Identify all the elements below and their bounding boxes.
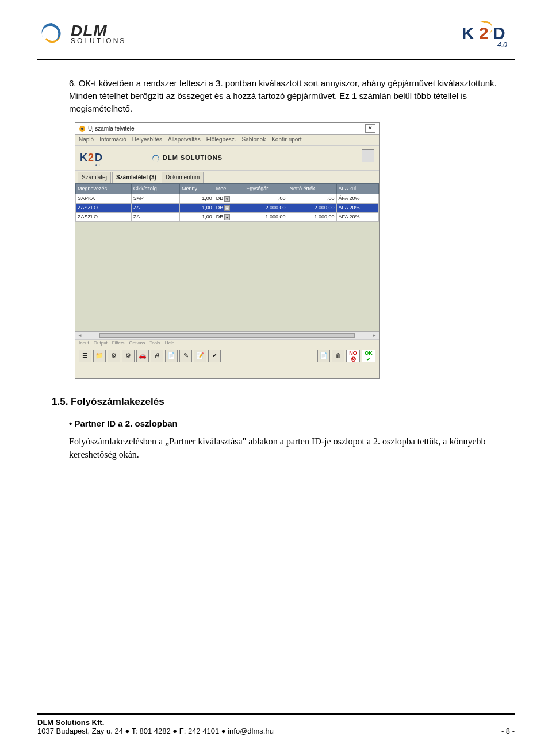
svg-text:D: D [95,152,102,163]
footer-divider [37,713,515,715]
submenu-item[interactable]: Options [129,340,145,347]
window-footer-band [75,364,379,378]
items-table: Megnevezés Cikk/szolg. Menny. Mee. Egysé… [75,183,379,222]
table-cell: ZÁ [131,213,179,222]
tab-szamlafej[interactable]: Számlafej [78,172,111,183]
edit-icon[interactable]: ✎ [179,350,192,362]
table-cell: ÁFA 20% [336,204,378,213]
table-row[interactable]: SAPKASAP1,00DB▾,00,00ÁFA 20% [76,194,379,204]
no-button[interactable]: NO☹ [346,350,360,362]
table-cell: DB▾ [214,204,244,213]
page-icon[interactable]: 📄 [317,350,330,362]
horizontal-scrollbar[interactable]: ◄► [75,331,379,339]
brand-text: DLM [71,24,126,38]
submenu-item[interactable]: Filters [112,340,125,347]
table-row[interactable]: ZÁSZLÓZÁ1,00DB▾1 000,001 000,00ÁFA 20% [76,213,379,222]
chevron-down-icon[interactable]: ▾ [224,214,230,220]
table-cell: ZÁSZLÓ [76,204,132,213]
table-cell: SAP [131,194,179,204]
chevron-down-icon[interactable]: ▾ [224,205,230,211]
col-mee[interactable]: Mee. [214,184,244,194]
brand-sub: SOLUTIONS [71,38,126,44]
toolbar-toggle-button[interactable] [362,149,374,162]
body-text: Folyószámlakezelésben a „Partner kiválas… [69,435,500,461]
table-cell: DB▾ [214,213,244,222]
chevron-down-icon[interactable]: ▾ [224,196,230,202]
table-row[interactable]: ZÁSZLÓZÁ1,00DB▾2 000,002 000,00ÁFA 20% [76,204,379,213]
table-cell: 1,00 [180,213,214,222]
menu-item[interactable]: Állapotváltás [168,136,201,144]
menu-item[interactable]: Információ [99,136,126,144]
submenu-item[interactable]: Help [165,340,174,347]
tab-dokumentum[interactable]: Dokumentum [162,172,204,183]
svg-text:4.0: 4.0 [95,163,100,167]
table-cell: DB▾ [214,194,244,204]
tab-szamlatetel[interactable]: Számlatétel (3) [112,172,160,183]
k2d-small-icon: K 2 D 4.0 [80,149,105,167]
svg-point-5 [81,128,83,130]
brand-small-text: DLM SOLUTIONS [163,153,223,163]
ok-button[interactable]: OK✔ [362,350,375,362]
submenu-item[interactable]: Input [79,340,89,347]
table-cell: ÁFA 20% [336,213,378,222]
gears2-icon[interactable]: ⚙ [122,350,135,362]
table-cell: ,00 [244,194,288,204]
table-cell: 1,00 [180,204,214,213]
gears-icon[interactable]: ⚙ [108,350,120,362]
table-cell: ZÁSZLÓ [76,213,132,222]
dlm-swirl-small-icon [151,154,160,162]
close-icon[interactable]: ✕ [365,124,375,133]
submenu-item[interactable]: Output [94,340,108,347]
app-icon [79,125,86,132]
sub-menu-row: Input Output Filters Options Tools Help [75,339,379,347]
paragraph-6: 6. OK-t követően a rendszer felteszi a 3… [69,77,500,114]
svg-text:K: K [462,24,474,43]
menu-item[interactable]: Sablonok [241,136,266,144]
table-cell: 1 000,00 [244,213,288,222]
note-icon[interactable]: 📝 [194,350,206,362]
trash-icon[interactable]: 🗑 [332,350,344,362]
logo-k2d: K 2 D 4.0 [457,17,515,51]
col-menny[interactable]: Menny. [180,184,214,194]
brand-bar: K 2 D 4.0 DLM SOLUTIONS [75,146,379,171]
col-netto[interactable]: Nettó érték [288,184,336,194]
menu-item[interactable]: Helyesbítés [132,136,162,144]
car-icon[interactable]: 🚗 [136,350,149,362]
dlm-swirl-icon [37,21,66,47]
page-footer: DLM Solutions Kft. 1037 Budapest, Zay u.… [37,713,515,735]
menu-item[interactable]: Napló [79,136,94,144]
window-titlebar: Új számla felvitele ✕ [75,123,379,135]
doc-icon[interactable]: 📄 [165,350,178,362]
svg-text:D: D [493,24,505,43]
menubar: Napló Információ Helyesbítés Állapotvált… [75,135,379,146]
table-cell: 2 000,00 [288,204,336,213]
menu-item[interactable]: Kontír riport [271,136,301,144]
footer-address: 1037 Budapest, Zay u. 24 ● T: 801 4282 ●… [37,727,274,735]
col-cikk[interactable]: Cikk/szolg. [131,184,179,194]
table-cell: 1,00 [180,194,214,204]
embedded-screenshot: Új számla felvitele ✕ Napló Információ H… [75,122,379,379]
logo-dlm: DLM SOLUTIONS [37,21,126,47]
menu-item[interactable]: Előlegbesz. [206,136,236,144]
list-icon[interactable]: ☰ [79,350,91,362]
table-cell: ,00 [288,194,336,204]
table-cell: SAPKA [76,194,132,204]
page-content: 6. OK-t követően a rendszer felteszi a 3… [0,60,552,461]
table-cell: 2 000,00 [244,204,288,213]
submenu-item[interactable]: Tools [150,340,160,347]
table-cell: ÁFA 20% [336,194,378,204]
col-egysegar[interactable]: Egységár [244,184,288,194]
check-icon[interactable]: ✔ [208,350,221,362]
svg-text:2: 2 [479,24,489,43]
table-cell: ZÁ [131,204,179,213]
col-afa[interactable]: ÁFA kul [336,184,378,194]
print-icon[interactable]: 🖨 [151,350,163,362]
bullet-partner-id: Partner ID a 2. oszlopban [69,417,500,430]
heading-1-5: 1.5. Folyószámlakezelés [52,395,500,409]
col-megnevezes[interactable]: Megnevezés [76,184,132,194]
page-header: DLM SOLUTIONS K 2 D 4.0 [0,0,552,56]
toolbar: ☰ 📁 ⚙ ⚙ 🚗 🖨 📄 ✎ 📝 ✔ 📄 🗑 NO☹ OK✔ [75,347,379,364]
folder-icon[interactable]: 📁 [93,350,106,362]
page-number: - 8 - [501,727,515,735]
window-title: Új számla felvitele [88,125,135,133]
